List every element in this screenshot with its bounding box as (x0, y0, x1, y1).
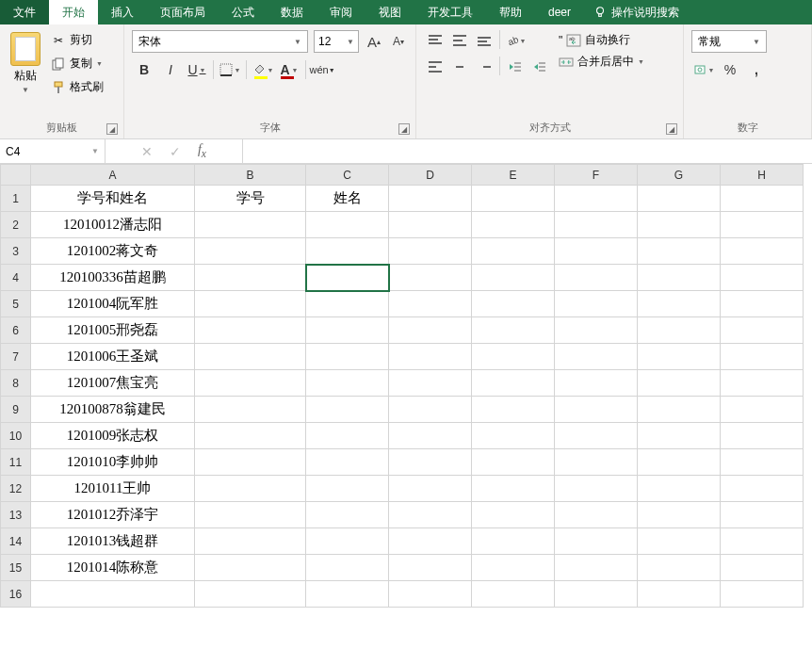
font-color-button[interactable]: A ▼ (277, 58, 301, 81)
cell-H11[interactable] (721, 449, 804, 476)
cell-H14[interactable] (721, 528, 804, 555)
cell-F11[interactable] (555, 449, 638, 476)
cell-H8[interactable] (721, 370, 804, 397)
cell-F15[interactable] (555, 555, 638, 581)
cell-D3[interactable] (389, 238, 472, 265)
cell-E1[interactable] (472, 186, 555, 212)
cell-E5[interactable] (472, 291, 555, 317)
font-size-combo[interactable]: 12 ▼ (314, 30, 359, 53)
column-header-C[interactable]: C (306, 165, 389, 186)
cell-B2[interactable] (195, 212, 306, 238)
cell-F3[interactable] (555, 238, 638, 265)
worksheet[interactable]: ABCDEFGH1学号和姓名学号姓名212010012潘志阳31201002蒋文… (0, 164, 812, 608)
cell-A5[interactable]: 1201004阮军胜 (31, 291, 195, 317)
cell-B10[interactable] (195, 423, 306, 449)
column-header-B[interactable]: B (195, 165, 306, 186)
cell-E9[interactable] (472, 397, 555, 423)
cell-F1[interactable] (555, 186, 638, 212)
cell-H13[interactable] (721, 502, 804, 528)
cell-D7[interactable] (389, 344, 472, 370)
cell-C15[interactable] (306, 555, 389, 581)
cell-D8[interactable] (389, 370, 472, 397)
border-button[interactable]: ▼ (218, 58, 242, 81)
cell-B4[interactable] (195, 265, 306, 291)
cell-C6[interactable] (306, 317, 389, 344)
chevron-down-icon[interactable]: ▼ (753, 38, 760, 46)
column-header-G[interactable]: G (638, 165, 721, 186)
fx-icon[interactable]: fx (198, 142, 206, 160)
wrap-text-button[interactable]: "ab 自动换行 (559, 32, 644, 48)
tell-me-search[interactable]: 操作说明搜索 (584, 0, 689, 24)
cell-A7[interactable]: 1201006王圣斌 (31, 344, 195, 370)
cell-B3[interactable] (195, 238, 306, 265)
align-left-button[interactable] (424, 57, 447, 77)
cell-E3[interactable] (472, 238, 555, 265)
align-top-button[interactable] (424, 30, 447, 51)
cell-E8[interactable] (472, 370, 555, 397)
cell-G1[interactable] (638, 186, 721, 212)
cell-A14[interactable]: 1201013钱超群 (31, 528, 195, 555)
cell-G2[interactable] (638, 212, 721, 238)
column-header-D[interactable]: D (389, 165, 472, 186)
name-box[interactable]: C4 ▼ (0, 139, 106, 163)
tab-insert[interactable]: 插入 (98, 0, 147, 24)
cell-B15[interactable] (195, 555, 306, 581)
row-header-2[interactable]: 2 (1, 212, 31, 238)
dialog-launcher-icon[interactable]: ◢ (666, 123, 677, 135)
row-header-1[interactable]: 1 (1, 186, 31, 212)
percent-button[interactable]: % (718, 58, 742, 81)
cell-H1[interactable] (721, 186, 804, 212)
accept-formula-button[interactable]: ✓ (170, 144, 181, 159)
cell-A16[interactable] (31, 581, 195, 608)
cell-F5[interactable] (555, 291, 638, 317)
tab-page-layout[interactable]: 页面布局 (147, 0, 219, 24)
cell-A11[interactable]: 1201010李帅帅 (31, 449, 195, 476)
tab-developer[interactable]: 开发工具 (414, 0, 486, 24)
comma-button[interactable]: , (744, 58, 769, 81)
cell-C8[interactable] (306, 370, 389, 397)
cell-C5[interactable] (306, 291, 389, 317)
cell-B12[interactable] (195, 476, 306, 502)
cell-C14[interactable] (306, 528, 389, 555)
tab-help[interactable]: 帮助 (486, 0, 535, 24)
cell-C1[interactable]: 姓名 (306, 186, 389, 212)
cell-C12[interactable] (306, 476, 389, 502)
cell-G14[interactable] (638, 528, 721, 555)
cell-A9[interactable]: 120100878翁建民 (31, 397, 195, 423)
cell-C3[interactable] (306, 238, 389, 265)
tab-review[interactable]: 审阅 (317, 0, 365, 24)
fill-color-button[interactable]: ▼ (251, 58, 275, 81)
cell-G13[interactable] (638, 502, 721, 528)
cell-F12[interactable] (555, 476, 638, 502)
cell-H12[interactable] (721, 476, 804, 502)
cell-A12[interactable]: 1201011王帅 (31, 476, 195, 502)
increase-font-button[interactable]: A▴ (365, 32, 383, 51)
format-painter-button[interactable]: 格式刷 (49, 77, 106, 97)
column-header-E[interactable]: E (472, 165, 555, 186)
align-bottom-button[interactable] (473, 30, 495, 51)
accounting-format-button[interactable]: ▼ (691, 58, 716, 81)
cell-E13[interactable] (472, 502, 555, 528)
cell-D15[interactable] (389, 555, 472, 581)
cell-A13[interactable]: 1201012乔泽宇 (31, 502, 195, 528)
tab-view[interactable]: 视图 (365, 0, 414, 24)
cell-E12[interactable] (472, 476, 555, 502)
cell-H15[interactable] (721, 555, 804, 581)
cell-G12[interactable] (638, 476, 721, 502)
cell-G16[interactable] (638, 581, 721, 608)
cell-A2[interactable]: 12010012潘志阳 (31, 212, 195, 238)
row-header-9[interactable]: 9 (1, 397, 31, 423)
cell-D11[interactable] (389, 449, 472, 476)
cell-F2[interactable] (555, 212, 638, 238)
cell-H16[interactable] (721, 581, 804, 608)
cell-F9[interactable] (555, 397, 638, 423)
cell-D6[interactable] (389, 317, 472, 344)
cell-F13[interactable] (555, 502, 638, 528)
row-header-16[interactable]: 16 (1, 581, 31, 608)
cell-G11[interactable] (638, 449, 721, 476)
row-header-10[interactable]: 10 (1, 423, 31, 449)
italic-button[interactable]: I (158, 58, 183, 81)
cell-G9[interactable] (638, 397, 721, 423)
increase-indent-button[interactable] (528, 57, 551, 77)
cell-B6[interactable] (195, 317, 306, 344)
